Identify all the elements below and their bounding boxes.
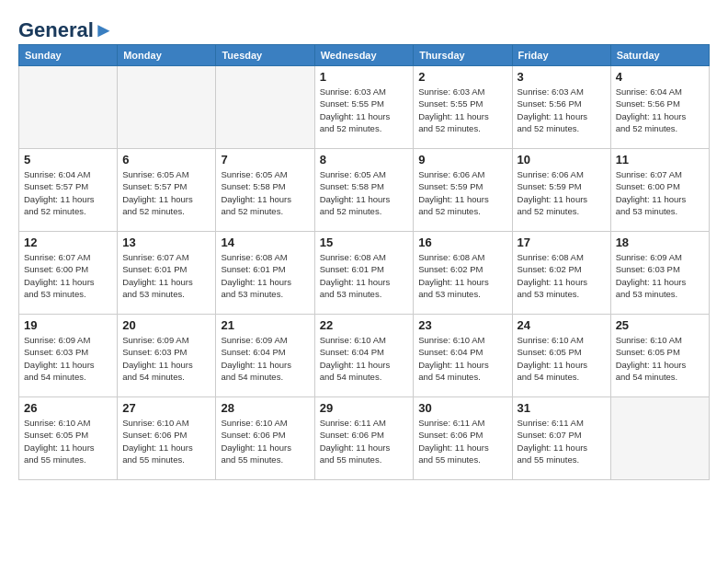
calendar-cell: 12Sunrise: 6:07 AM Sunset: 6:00 PM Dayli… xyxy=(19,232,118,315)
day-number: 12 xyxy=(24,236,112,249)
day-info: Sunrise: 6:03 AM Sunset: 5:55 PM Dayligh… xyxy=(320,86,409,134)
calendar-cell xyxy=(610,397,709,480)
day-info: Sunrise: 6:05 AM Sunset: 5:58 PM Dayligh… xyxy=(320,168,409,217)
calendar-cell: 22Sunrise: 6:10 AM Sunset: 6:04 PM Dayli… xyxy=(314,315,414,397)
calendar-cell xyxy=(118,66,216,149)
calendar-cell: 6Sunrise: 6:05 AM Sunset: 5:57 PM Daylig… xyxy=(118,149,216,232)
day-info: Sunrise: 6:11 AM Sunset: 6:06 PM Dayligh… xyxy=(320,417,409,465)
calendar-week-row: 19Sunrise: 6:09 AM Sunset: 6:03 PM Dayli… xyxy=(19,315,710,397)
day-info: Sunrise: 6:08 AM Sunset: 6:02 PM Dayligh… xyxy=(518,251,606,300)
day-info: Sunrise: 6:05 AM Sunset: 5:58 PM Dayligh… xyxy=(221,168,309,217)
day-info: Sunrise: 6:09 AM Sunset: 6:04 PM Dayligh… xyxy=(221,334,309,383)
day-number: 5 xyxy=(24,153,112,167)
calendar-cell: 19Sunrise: 6:09 AM Sunset: 6:03 PM Dayli… xyxy=(19,315,118,397)
day-number: 26 xyxy=(24,401,112,415)
calendar-cell: 28Sunrise: 6:10 AM Sunset: 6:06 PM Dayli… xyxy=(216,397,314,480)
calendar-cell xyxy=(216,66,314,149)
day-info: Sunrise: 6:11 AM Sunset: 6:06 PM Dayligh… xyxy=(418,417,506,465)
day-number: 14 xyxy=(221,236,309,249)
day-number: 13 xyxy=(122,236,210,249)
calendar-cell: 18Sunrise: 6:09 AM Sunset: 6:03 PM Dayli… xyxy=(610,232,709,315)
day-number: 24 xyxy=(518,318,606,332)
calendar-cell: 20Sunrise: 6:09 AM Sunset: 6:03 PM Dayli… xyxy=(118,315,216,397)
day-number: 23 xyxy=(418,318,506,332)
day-info: Sunrise: 6:10 AM Sunset: 6:06 PM Dayligh… xyxy=(122,417,210,465)
calendar-cell xyxy=(19,66,118,149)
day-number: 1 xyxy=(320,70,409,84)
weekday-header-saturday: Saturday xyxy=(610,45,709,66)
weekday-header-tuesday: Tuesday xyxy=(216,45,314,66)
calendar-cell: 13Sunrise: 6:07 AM Sunset: 6:01 PM Dayli… xyxy=(118,232,216,315)
calendar-cell: 8Sunrise: 6:05 AM Sunset: 5:58 PM Daylig… xyxy=(314,149,414,232)
calendar-cell: 9Sunrise: 6:06 AM Sunset: 5:59 PM Daylig… xyxy=(414,149,512,232)
calendar-week-row: 5Sunrise: 6:04 AM Sunset: 5:57 PM Daylig… xyxy=(19,149,710,232)
calendar-cell: 31Sunrise: 6:11 AM Sunset: 6:07 PM Dayli… xyxy=(512,397,610,480)
calendar-cell: 16Sunrise: 6:08 AM Sunset: 6:02 PM Dayli… xyxy=(414,232,512,315)
calendar-cell: 10Sunrise: 6:06 AM Sunset: 5:59 PM Dayli… xyxy=(512,149,610,232)
calendar-cell: 29Sunrise: 6:11 AM Sunset: 6:06 PM Dayli… xyxy=(314,397,414,480)
calendar-cell: 3Sunrise: 6:03 AM Sunset: 5:56 PM Daylig… xyxy=(512,66,610,149)
calendar-table: SundayMondayTuesdayWednesdayThursdayFrid… xyxy=(18,44,710,480)
logo-text: General► xyxy=(18,18,114,42)
day-info: Sunrise: 6:05 AM Sunset: 5:57 PM Dayligh… xyxy=(122,168,210,217)
day-number: 22 xyxy=(320,318,409,332)
day-number: 21 xyxy=(221,318,309,332)
calendar-cell: 30Sunrise: 6:11 AM Sunset: 6:06 PM Dayli… xyxy=(414,397,512,480)
day-info: Sunrise: 6:10 AM Sunset: 6:04 PM Dayligh… xyxy=(418,334,506,383)
day-number: 2 xyxy=(418,70,506,84)
calendar-week-row: 26Sunrise: 6:10 AM Sunset: 6:05 PM Dayli… xyxy=(19,397,710,480)
day-info: Sunrise: 6:08 AM Sunset: 6:02 PM Dayligh… xyxy=(418,251,506,300)
calendar-cell: 5Sunrise: 6:04 AM Sunset: 5:57 PM Daylig… xyxy=(19,149,118,232)
weekday-header-sunday: Sunday xyxy=(19,45,118,66)
day-number: 29 xyxy=(320,401,409,415)
calendar-cell: 27Sunrise: 6:10 AM Sunset: 6:06 PM Dayli… xyxy=(118,397,216,480)
day-number: 18 xyxy=(616,236,704,249)
calendar-cell: 26Sunrise: 6:10 AM Sunset: 6:05 PM Dayli… xyxy=(19,397,118,480)
weekday-header-row: SundayMondayTuesdayWednesdayThursdayFrid… xyxy=(19,45,710,66)
day-number: 27 xyxy=(122,401,210,415)
calendar-cell: 21Sunrise: 6:09 AM Sunset: 6:04 PM Dayli… xyxy=(216,315,314,397)
calendar-cell: 25Sunrise: 6:10 AM Sunset: 6:05 PM Dayli… xyxy=(610,315,709,397)
day-info: Sunrise: 6:04 AM Sunset: 5:56 PM Dayligh… xyxy=(616,86,704,134)
day-info: Sunrise: 6:04 AM Sunset: 5:57 PM Dayligh… xyxy=(24,168,112,217)
day-number: 31 xyxy=(518,401,606,415)
calendar-cell: 15Sunrise: 6:08 AM Sunset: 6:01 PM Dayli… xyxy=(314,232,414,315)
day-number: 7 xyxy=(221,153,309,167)
day-number: 4 xyxy=(616,70,704,84)
day-number: 17 xyxy=(518,236,606,249)
weekday-header-friday: Friday xyxy=(512,45,610,66)
calendar-cell: 24Sunrise: 6:10 AM Sunset: 6:05 PM Dayli… xyxy=(512,315,610,397)
day-info: Sunrise: 6:08 AM Sunset: 6:01 PM Dayligh… xyxy=(221,251,309,300)
calendar-cell: 1Sunrise: 6:03 AM Sunset: 5:55 PM Daylig… xyxy=(314,66,414,149)
calendar-cell: 2Sunrise: 6:03 AM Sunset: 5:55 PM Daylig… xyxy=(414,66,512,149)
page-header: General► xyxy=(18,18,710,35)
day-info: Sunrise: 6:07 AM Sunset: 6:00 PM Dayligh… xyxy=(24,251,112,300)
day-info: Sunrise: 6:07 AM Sunset: 6:01 PM Dayligh… xyxy=(122,251,210,300)
day-info: Sunrise: 6:06 AM Sunset: 5:59 PM Dayligh… xyxy=(418,168,506,217)
day-info: Sunrise: 6:09 AM Sunset: 6:03 PM Dayligh… xyxy=(24,334,112,383)
day-number: 28 xyxy=(221,401,309,415)
day-number: 25 xyxy=(616,318,704,332)
day-info: Sunrise: 6:10 AM Sunset: 6:06 PM Dayligh… xyxy=(221,417,309,465)
day-info: Sunrise: 6:06 AM Sunset: 5:59 PM Dayligh… xyxy=(518,168,606,217)
day-info: Sunrise: 6:03 AM Sunset: 5:56 PM Dayligh… xyxy=(518,86,606,134)
day-info: Sunrise: 6:10 AM Sunset: 6:05 PM Dayligh… xyxy=(518,334,606,383)
day-number: 3 xyxy=(518,70,606,84)
day-number: 8 xyxy=(320,153,409,167)
weekday-header-monday: Monday xyxy=(118,45,216,66)
day-info: Sunrise: 6:10 AM Sunset: 6:05 PM Dayligh… xyxy=(24,417,112,465)
day-number: 11 xyxy=(616,153,704,167)
day-number: 16 xyxy=(418,236,506,249)
logo: General► xyxy=(18,18,114,35)
calendar-cell: 7Sunrise: 6:05 AM Sunset: 5:58 PM Daylig… xyxy=(216,149,314,232)
calendar-cell: 4Sunrise: 6:04 AM Sunset: 5:56 PM Daylig… xyxy=(610,66,709,149)
calendar-cell: 14Sunrise: 6:08 AM Sunset: 6:01 PM Dayli… xyxy=(216,232,314,315)
day-number: 10 xyxy=(518,153,606,167)
day-info: Sunrise: 6:11 AM Sunset: 6:07 PM Dayligh… xyxy=(518,417,606,465)
day-number: 15 xyxy=(320,236,409,249)
day-number: 9 xyxy=(418,153,506,167)
day-info: Sunrise: 6:09 AM Sunset: 6:03 PM Dayligh… xyxy=(122,334,210,383)
calendar-week-row: 1Sunrise: 6:03 AM Sunset: 5:55 PM Daylig… xyxy=(19,66,710,149)
day-info: Sunrise: 6:07 AM Sunset: 6:00 PM Dayligh… xyxy=(616,168,704,217)
weekday-header-wednesday: Wednesday xyxy=(314,45,414,66)
